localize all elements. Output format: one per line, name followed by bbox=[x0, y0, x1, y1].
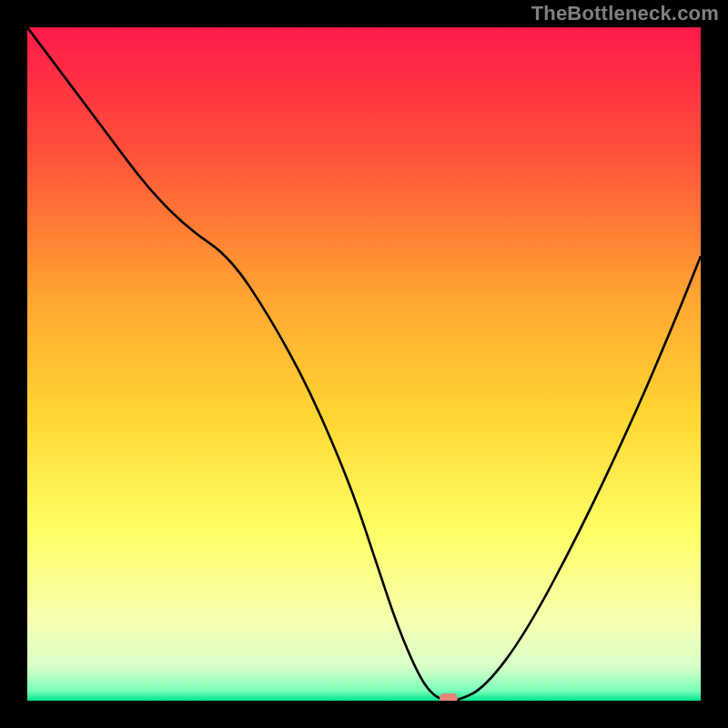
watermark-text: TheBottleneck.com bbox=[531, 2, 719, 25]
plot-svg bbox=[27, 27, 701, 701]
gradient-background bbox=[27, 27, 701, 701]
optimal-point-marker bbox=[440, 693, 458, 701]
chart-frame: TheBottleneck.com bbox=[0, 0, 728, 728]
plot-area bbox=[27, 27, 701, 701]
